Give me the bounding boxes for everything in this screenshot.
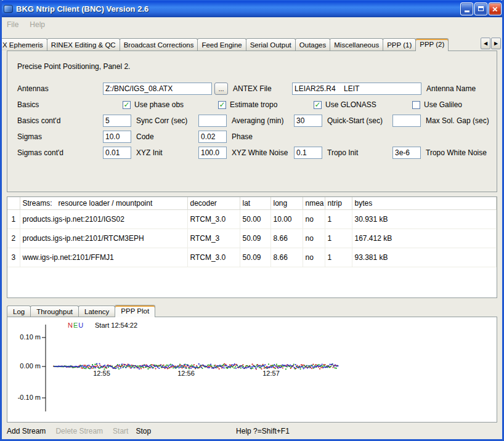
table-row[interactable]: 3 www.igs-ip.net:2101/FFMJ1 RTCM_3.0 50.… xyxy=(7,248,497,267)
sigmas-label: Sigmas xyxy=(17,132,103,141)
x-tick-label: 12:55 xyxy=(89,370,114,377)
sigma-code-label: Code xyxy=(136,132,154,141)
cell-lat: 50.09 xyxy=(240,248,270,267)
table-row[interactable]: 1 products.igs-ip.net:2101/IGS02 RTCM_3.… xyxy=(7,209,497,229)
tab-feed-engine[interactable]: Feed Engine xyxy=(197,38,246,51)
cell-nmea: no xyxy=(303,229,325,248)
tropo-white-noise-input[interactable] xyxy=(392,147,421,159)
bottom-tab-throughput[interactable]: Throughput xyxy=(30,305,79,317)
cell-lat: 50.00 xyxy=(240,209,270,229)
corner-cell xyxy=(7,197,20,209)
bnc-window: BKG Ntrip Client (BNC) Version 2.6 × Fil… xyxy=(0,0,504,441)
xyz-white-noise-input[interactable] xyxy=(198,147,227,159)
cell-decoder: RTCM_3.0 xyxy=(187,248,240,267)
header-bytes: bytes xyxy=(352,197,497,209)
averaging-label: Averaging (min) xyxy=(232,116,283,125)
use-galileo-checkbox[interactable]: Use Galileo xyxy=(412,100,462,109)
use-glonass-checkbox[interactable]: ✓Use GLONASS xyxy=(314,100,376,109)
cell-nmea: no xyxy=(303,248,325,267)
tab-outages[interactable]: Outages xyxy=(295,38,330,51)
cell-nmea: no xyxy=(303,209,325,229)
plot-start-label: Start 12:54:22 xyxy=(95,322,137,329)
streams-panel: Streams: resource loader / mountpoint de… xyxy=(7,196,497,298)
menu-help[interactable]: Help xyxy=(30,20,45,29)
bottom-tab-ppp-plot[interactable]: PPP Plot xyxy=(115,305,155,317)
antex-path-input[interactable] xyxy=(103,83,212,95)
use-phase-obs-checkbox[interactable]: ✓Use phase obs xyxy=(123,100,184,109)
antennas-row: Antennas ... ANTEX File Antenna Name xyxy=(17,81,492,97)
left-arrow-icon: ◀ xyxy=(484,41,487,46)
basics-row: Basics ✓Use phase obs ✓Estimate tropo ✓U… xyxy=(17,97,492,113)
menu-bar: File Help xyxy=(2,17,502,32)
maximize-button[interactable] xyxy=(474,2,487,15)
minimize-button[interactable] xyxy=(460,2,473,15)
menu-file[interactable]: File xyxy=(7,20,18,29)
checkbox-box: ✓ xyxy=(314,101,322,109)
bottom-tab-log[interactable]: Log xyxy=(7,305,31,317)
check-icon: ✓ xyxy=(314,102,320,108)
cell-mountpoint: products.igs-ip.net:2101/IGS02 xyxy=(20,209,187,229)
quick-start-label: Quick-Start (sec) xyxy=(327,116,383,125)
bottom-tab-bar: LogThroughputLatencyPPP Plot xyxy=(7,304,497,317)
start-button[interactable]: Start xyxy=(113,427,128,435)
xyz-init-input[interactable] xyxy=(103,147,131,159)
tab-rinex-editing-qc[interactable]: RINEX Editing & QC xyxy=(47,38,120,51)
max-sol-gap-input[interactable] xyxy=(392,115,421,127)
legend-n: N xyxy=(68,322,73,329)
delete-stream-button[interactable]: Delete Stream xyxy=(55,427,103,435)
bottom-tab-latency[interactable]: Latency xyxy=(78,305,115,317)
cell-ntrip: 1 xyxy=(325,229,352,248)
cell-bytes: 30.931 kB xyxy=(352,209,497,229)
antenna-name-input[interactable] xyxy=(292,83,421,95)
close-icon: × xyxy=(492,4,498,14)
minimize-icon xyxy=(465,10,469,12)
tab-scroll-left-button[interactable]: ◀ xyxy=(481,38,490,49)
panel-title: Precise Point Positioning, Panel 2. xyxy=(17,62,492,71)
tropo-white-noise-label: Tropo White Noise xyxy=(426,148,487,157)
estimate-tropo-checkbox[interactable]: ✓Estimate tropo xyxy=(218,100,277,109)
table-header-row: Streams: resource loader / mountpoint de… xyxy=(7,197,497,209)
check-icon: ✓ xyxy=(219,102,225,108)
cell-bytes: 93.381 kB xyxy=(352,248,497,267)
table-row[interactable]: 2 products.igs-ip.net:2101/RTCM3EPH RTCM… xyxy=(7,229,497,248)
header-decoder: decoder xyxy=(187,197,240,209)
ppp-plot-canvas xyxy=(7,317,497,422)
checkbox-box xyxy=(412,101,420,109)
basics-label: Basics xyxy=(17,100,103,109)
cell-mountpoint: products.igs-ip.net:2101/RTCM3EPH xyxy=(20,229,187,248)
sigma-phase-input[interactable] xyxy=(198,131,227,143)
sigmas-contd-label: Sigmas cont'd xyxy=(17,148,103,157)
antex-browse-button[interactable]: ... xyxy=(214,83,228,95)
tab-x-ephemeris[interactable]: X Ephemeris xyxy=(0,38,47,51)
tab-miscellaneous[interactable]: Miscellaneous xyxy=(330,38,383,51)
main-content: ◀ ▶ X EphemerisRINEX Editing & QCBroadca… xyxy=(2,32,502,439)
sigma-code-input[interactable] xyxy=(103,131,131,143)
xyz-init-label: XYZ Init xyxy=(136,148,163,157)
max-sol-gap-label: Max Sol. Gap (sec) xyxy=(426,116,489,125)
status-bar: Add Stream Delete Stream Start Stop Help… xyxy=(7,423,497,439)
header-ntrip: ntrip xyxy=(325,197,352,209)
title-bar[interactable]: BKG Ntrip Client (BNC) Version 2.6 × xyxy=(0,0,504,17)
app-icon xyxy=(4,5,13,13)
add-stream-button[interactable]: Add Stream xyxy=(7,427,46,435)
sigma-phase-label: Phase xyxy=(232,132,253,141)
antex-file-label: ANTEX File xyxy=(233,84,292,93)
checkbox-box: ✓ xyxy=(218,101,226,109)
tropo-init-input[interactable] xyxy=(294,147,322,159)
legend-e: E xyxy=(73,322,78,329)
sync-corr-input[interactable] xyxy=(103,115,131,127)
stop-button[interactable]: Stop xyxy=(136,427,151,435)
cell-decoder: RTCM_3 xyxy=(187,229,240,248)
tab-scroll-right-button[interactable]: ▶ xyxy=(491,38,501,49)
tab-ppp-1[interactable]: PPP (1) xyxy=(383,38,416,51)
tab-broadcast-corrections[interactable]: Broadcast Corrections xyxy=(120,38,198,51)
header-nmea: nmea xyxy=(303,197,325,209)
tab-ppp-2[interactable]: PPP (2) xyxy=(415,38,449,51)
tab-bar: ◀ ▶ X EphemerisRINEX Editing & QCBroadca… xyxy=(0,37,497,51)
check-icon: ✓ xyxy=(123,102,129,108)
averaging-input[interactable] xyxy=(198,115,227,127)
tab-serial-output[interactable]: Serial Output xyxy=(246,38,296,51)
cell-bytes: 167.412 kB xyxy=(352,229,497,248)
quick-start-input[interactable] xyxy=(294,115,322,127)
close-button[interactable]: × xyxy=(489,2,502,15)
